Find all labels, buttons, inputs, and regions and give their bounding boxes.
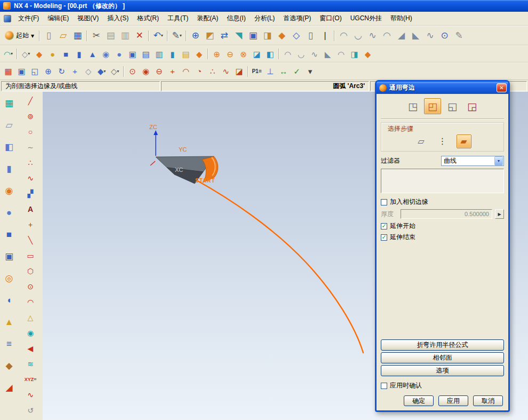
- quadrant-snap-icon[interactable]: ◔: [193, 65, 206, 78]
- checkbox-box-icon[interactable]: [381, 223, 387, 229]
- work-part-icon[interactable]: ◆: [275, 28, 289, 43]
- tangent-edges-checkbox[interactable]: 加入相切边缘: [381, 197, 504, 207]
- point-on-curve-snap-icon[interactable]: ∿: [219, 65, 233, 78]
- auto-dimension-icon[interactable]: ↔: [277, 65, 290, 78]
- confirm-on-apply-checkbox[interactable]: 应用时确认: [381, 381, 504, 390]
- thickness-field[interactable]: 0.500000: [401, 209, 492, 219]
- hole-icon[interactable]: ◉: [99, 47, 113, 60]
- thicken-icon[interactable]: ◧: [263, 47, 277, 60]
- menu-analysis[interactable]: 分析(L): [250, 12, 279, 25]
- catalog-icon[interactable]: ▤: [179, 47, 193, 60]
- start-button[interactable]: 起始 ▾: [2, 30, 37, 41]
- sweep-feature-icon[interactable]: ◆: [2, 359, 17, 373]
- perspective-icon[interactable]: ◇: [82, 65, 95, 78]
- trim-body-icon[interactable]: ◪: [250, 47, 263, 60]
- section-surface-icon[interactable]: ∿: [308, 47, 321, 60]
- close-button[interactable]: ✕: [497, 83, 507, 92]
- ruled-surface-icon[interactable]: ◡: [351, 28, 365, 43]
- point-on-face-snap-icon[interactable]: ◪: [233, 65, 246, 78]
- menu-assemblies[interactable]: 装配(A): [193, 12, 222, 25]
- sail-icon[interactable]: ◥: [231, 28, 246, 43]
- midpoint-snap-icon[interactable]: ⊖: [153, 65, 166, 78]
- boss-icon[interactable]: ●: [113, 47, 126, 60]
- ok-button[interactable]: 确定: [404, 395, 434, 406]
- emboss-icon[interactable]: ▥: [153, 47, 166, 60]
- sheet-metal-flange-icon[interactable]: ◆: [361, 47, 374, 60]
- delete-icon[interactable]: ✕: [132, 28, 147, 43]
- menu-insert[interactable]: 插入(S): [103, 12, 133, 25]
- constraint-icon[interactable]: ⊥: [263, 65, 277, 78]
- rib-icon[interactable]: ▮: [166, 47, 179, 60]
- menu-file[interactable]: 文件(F): [14, 12, 43, 25]
- zoom-icon[interactable]: ⊕: [42, 65, 55, 78]
- cone-icon[interactable]: ▲: [86, 47, 99, 60]
- menu-information[interactable]: 信息(I): [222, 12, 250, 25]
- curve-mesh-icon[interactable]: ∿: [365, 28, 380, 43]
- checkbox-box-icon[interactable]: [381, 199, 387, 205]
- checkbox-box-icon[interactable]: [381, 234, 387, 241]
- sketch-icon[interactable]: ◠▾: [2, 47, 15, 60]
- cursor-select-icon[interactable]: |: [318, 28, 332, 43]
- points-set-icon[interactable]: ∴: [24, 157, 37, 169]
- paste-icon[interactable]: ▥: [118, 28, 132, 43]
- adjacent-faces-button[interactable]: 相邻面: [381, 352, 504, 363]
- display-part-icon[interactable]: ◨: [260, 28, 275, 43]
- step-section-icon[interactable]: ▰: [457, 134, 471, 148]
- cylinder-feature-icon[interactable]: ▮: [2, 162, 17, 176]
- menu-edit[interactable]: 编辑(E): [43, 12, 73, 25]
- endpoint-snap-icon[interactable]: ◉: [139, 65, 153, 78]
- rotate-view-icon[interactable]: ↻: [55, 65, 68, 78]
- pan-view-icon[interactable]: +: [68, 65, 82, 78]
- flange-icon[interactable]: ◱: [444, 98, 461, 114]
- info-window-icon[interactable]: ▯: [303, 28, 318, 43]
- filter-combo[interactable]: 曲线 ▼: [441, 156, 504, 166]
- law-curve-icon[interactable]: ≋: [24, 358, 37, 370]
- text-curve-icon[interactable]: A: [24, 203, 37, 215]
- ellipse-icon[interactable]: ⊙: [24, 281, 37, 292]
- thickness-expand-button[interactable]: ▶: [495, 209, 504, 219]
- intersection-snap-icon[interactable]: +: [166, 65, 179, 78]
- cut-icon[interactable]: ✂: [89, 28, 103, 43]
- block-icon[interactable]: ■: [59, 47, 73, 60]
- arc-center-snap-icon[interactable]: ◠: [179, 65, 193, 78]
- extend-surface-icon[interactable]: ◣: [409, 28, 423, 43]
- p1-expression-icon[interactable]: P1=: [250, 65, 263, 78]
- sketch-task-icon[interactable]: ▦: [2, 96, 17, 110]
- shaded-view-icon[interactable]: ◆▾: [95, 65, 108, 78]
- unite-icon[interactable]: ⊕: [210, 47, 223, 60]
- law-extension-icon[interactable]: ∿: [423, 28, 437, 43]
- existing-point-snap-icon[interactable]: ∴: [206, 65, 219, 78]
- spline-icon[interactable]: ∿: [24, 172, 37, 184]
- point-pattern-icon[interactable]: ▞: [24, 188, 37, 200]
- menu-ugcn[interactable]: UGCN外挂: [346, 12, 386, 25]
- annotate-icon[interactable]: ✎: [452, 28, 466, 43]
- offset-surface-icon[interactable]: ◨: [348, 47, 361, 60]
- extend-end-checkbox[interactable]: 延伸结束: [381, 233, 504, 242]
- derived-line-icon[interactable]: ∼: [24, 141, 37, 153]
- bend-formula-button[interactable]: 折弯许用半径公式: [381, 339, 504, 351]
- dialog-titlebar[interactable]: 通用弯边 ✕: [377, 82, 508, 94]
- revolve-icon[interactable]: ●: [46, 47, 59, 60]
- zoom-box-icon[interactable]: ◱: [28, 65, 42, 78]
- cylinder-icon[interactable]: ▮: [73, 47, 86, 60]
- snap-point-icon[interactable]: ⊙: [126, 65, 139, 78]
- intersect-icon[interactable]: ⊗: [237, 47, 250, 60]
- menu-preferences[interactable]: 首选项(P): [279, 12, 315, 25]
- torus-feature-icon[interactable]: ◎: [2, 271, 17, 285]
- step-sequence-icon[interactable]: ⋮: [435, 134, 450, 148]
- pocket-icon[interactable]: ▣: [126, 47, 139, 60]
- direction-arrow-icon[interactable]: ◀: [24, 343, 37, 354]
- journal-icon[interactable]: ✎▾: [170, 28, 184, 43]
- polygon-icon[interactable]: ⬡: [24, 265, 37, 277]
- inset-bend-icon[interactable]: ◲: [463, 98, 481, 114]
- hole-feature-icon[interactable]: ◉: [2, 184, 17, 197]
- cone-feature-icon[interactable]: ▲: [2, 315, 17, 329]
- checkbox-box-icon[interactable]: [381, 383, 387, 389]
- draft-feature-icon[interactable]: ◢: [2, 381, 17, 394]
- apply-button[interactable]: 应用: [438, 395, 468, 406]
- general-flange-icon[interactable]: ◰: [424, 98, 441, 114]
- wave-curve-icon[interactable]: ∿: [24, 389, 37, 401]
- conic-icon[interactable]: ◠: [24, 296, 37, 308]
- section-curve[interactable]: [197, 180, 363, 353]
- combo-arrow-icon[interactable]: ▼: [494, 156, 503, 165]
